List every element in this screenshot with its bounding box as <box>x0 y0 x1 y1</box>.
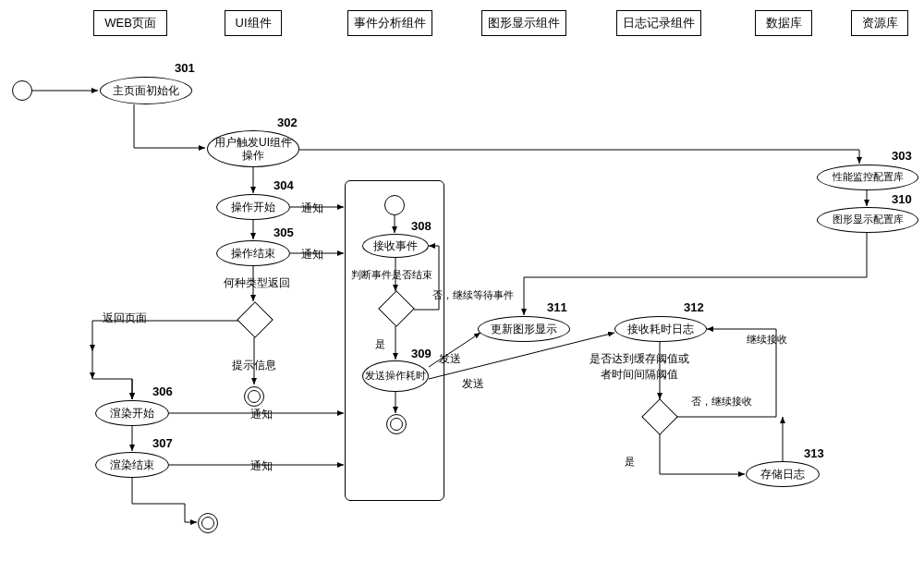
svg-line-17 <box>429 333 480 367</box>
svg-line-18 <box>429 333 614 379</box>
arrows-layer <box>0 0 924 561</box>
